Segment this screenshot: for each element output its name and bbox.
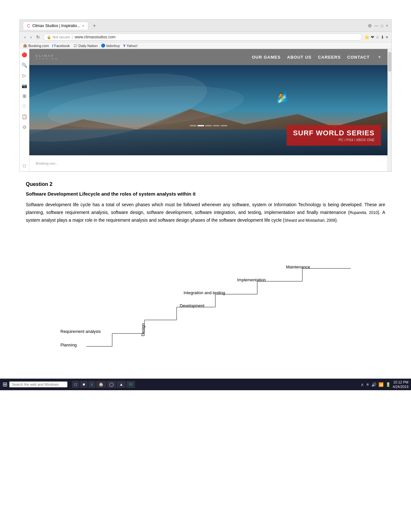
nav-links: OUR GAMES ABOUT US CAREERS CONTACT + [252,54,381,60]
nav-about-us[interactable]: ABOUT US [287,55,312,60]
nav-contact[interactable]: CONTACT [347,55,370,60]
hero-dot-1[interactable] [190,125,196,126]
start-button[interactable]: ⊞ [3,381,7,388]
step-label-integration: Integration and testing [184,290,225,295]
hero-section: 🏄 SURF WORLD SERIES PC / PS4 / XBOX ONE [29,65,387,155]
nav-careers[interactable]: CAREERS [318,55,341,60]
minimize-button[interactable]: — [375,24,378,28]
sidebar-icon-search[interactable]: 🔍 [21,61,28,69]
bookmark-facebook[interactable]: f Facebook [52,44,70,48]
scroll-thumb[interactable] [388,52,391,72]
taskbar-edge[interactable]: e [88,381,96,388]
bookmark-dailynation[interactable]: 📰 Daily Nation [73,44,98,48]
nav-our-games[interactable]: OUR GAMES [252,55,280,60]
browser-settings-icon[interactable]: ⚙ [368,23,372,28]
staircase-diagram: Planning Requirement analysis Design Dev… [61,234,351,363]
diagram-svg [61,234,351,363]
step-label-requirement: Requirement analysis [61,329,101,334]
browser-body: 🔴 🔍 ▷ 📷 ⊞ ♡ 📋 ⊙ □ CLIMAX STUDIOS OUR GAM… [20,49,391,171]
bookmark-icon[interactable]: ☆ [376,35,379,40]
not-secure-label: Not secure [53,35,70,39]
browser-window: C Climax Studios | Inspiratio... × + ⚙ —… [19,19,392,172]
sidebar-icon-play[interactable]: ▷ [21,72,28,79]
address-separator: | [72,35,73,39]
taskbar-task-view[interactable]: □ [72,381,79,388]
nav-plus-icon[interactable]: + [378,54,381,60]
hero-banner-subtitle: PC / PS4 / XBOX ONE [293,138,375,142]
back-button[interactable]: ‹ [23,34,27,40]
taskbar-word[interactable]: W [126,381,135,388]
browser-toolbar: ‹ › ↻ 🔒 Not secure | www.climaxstudios.c… [20,32,391,43]
close-button[interactable]: × [386,24,388,28]
hero-dot-5[interactable] [221,125,227,126]
tray-network-icon[interactable]: ✳ [366,382,369,387]
refresh-button[interactable]: ↻ [35,34,41,40]
address-bar[interactable]: 🔒 Not secure | www.climaxstudios.com [43,34,362,41]
toolbar-icons: ⭐ ❤ ☆ ⬇ ≡ [364,35,388,40]
tray-time-text: 15:12 PM [393,380,408,384]
tray-expand-icon[interactable]: ∧ [361,382,364,387]
scrollbar[interactable] [387,49,391,171]
taskbar-pin1[interactable]: ▲ [117,381,126,388]
hero-dots [190,125,227,126]
hero-banner-title: SURF WORLD SERIES [293,129,375,137]
citation-1: Ruparelia, 2010 [349,210,377,215]
tab-close-button[interactable]: × [82,24,84,28]
hero-dot-3[interactable] [205,125,212,126]
hero-dot-2[interactable] [198,125,204,126]
step-label-design: Design [141,323,145,336]
tab-title: Climax Studios | Inspiratio... [32,24,80,28]
booking-center-hint: Booking cen... [36,161,58,165]
address-text: www.climaxstudios.com [75,35,116,39]
section-title: Software Development Lifecycle and the r… [26,191,385,197]
extension-icon-1[interactable]: ⭐ [364,35,369,40]
taskbar-file-explorer[interactable]: ■ [80,381,87,388]
hero-below-strip: Booking cen... [29,155,387,171]
bookmark-booking[interactable]: 🏨 Booking.com [23,44,49,48]
citation-2: Sheard and Mostashari, 2009 [284,218,335,223]
document-content: Question 2 Software Development Lifecycl… [0,172,411,379]
taskbar-items: □ ■ e 🏠 ◯ ▲ W [72,381,135,388]
website-navbar: CLIMAX STUDIOS OUR GAMES ABOUT US CAREER… [29,49,387,65]
bookmark-yahoo[interactable]: Y Yahoo! [123,44,137,48]
download-icon[interactable]: ⬇ [381,35,384,40]
browser-tab[interactable]: C Climax Studios | Inspiratio... × [23,22,88,30]
maximize-button[interactable]: □ [381,24,383,28]
taskbar-store[interactable]: 🏠 [96,381,106,388]
sidebar-icon-settings[interactable]: ⊙ [21,123,28,131]
browser-titlebar: C Climax Studios | Inspiratio... × + ⚙ —… [20,20,391,32]
question-label: Question 2 [26,181,385,187]
extension-icon-2[interactable]: ❤ [371,35,374,40]
new-tab-button[interactable]: + [91,23,98,29]
hero-banner: SURF WORLD SERIES PC / PS4 / XBOX ONE [287,125,381,146]
forward-button[interactable]: › [29,34,33,40]
taskbar: ⊞ □ ■ e 🏠 ◯ ▲ W ∧ ✳ 🔊 📶 🔋 15:12 PM 4/24/… [0,379,411,390]
sidebar-icon-square[interactable]: □ [21,162,28,169]
tray-battery-icon[interactable]: 🔋 [386,382,391,387]
tray-date-text: 4/24/2019 [393,384,408,389]
hero-dot-4[interactable] [213,125,220,126]
site-logo-sub: STUDIOS [36,57,59,60]
sidebar-icon-clipboard[interactable]: 📋 [21,113,28,121]
tray-volume-icon[interactable]: 📶 [378,382,384,387]
menu-icon[interactable]: ≡ [386,35,388,40]
step-label-development: Development [180,303,205,308]
site-logo: CLIMAX STUDIOS [36,54,59,60]
taskbar-cortana[interactable]: ◯ [107,381,116,388]
sidebar-icon-camera[interactable]: 📷 [21,82,28,90]
sidebar-icon-heart[interactable]: ♡ [21,102,28,110]
website-content: CLIMAX STUDIOS OUR GAMES ABOUT US CAREER… [29,49,387,171]
taskbar-tray: ∧ ✳ 🔊 📶 🔋 15:12 PM 4/24/2019 [361,380,408,389]
tray-clock: 15:12 PM 4/24/2019 [393,380,408,389]
hero-surfer: 🏄 [275,91,288,104]
taskbar-search[interactable] [9,382,67,387]
sidebar-icon-home[interactable]: 🔴 [21,51,28,59]
tray-speaker-icon[interactable]: 🔊 [371,382,377,387]
browser-favicon: C [27,23,30,28]
sidebar-icon-grid[interactable]: ⊞ [21,92,28,100]
browser-sidebar: 🔴 🔍 ▷ 📷 ⊞ ♡ 📋 ⊙ □ [20,49,29,171]
bookmark-bidorbuy[interactable]: 🔵 bidorbuy [101,44,120,48]
step-label-maintenance: Maintenance [286,265,310,269]
bookmarks-bar: 🏨 Booking.com f Facebook 📰 Daily Nation … [20,43,391,49]
step-label-planning: Planning [61,343,77,347]
